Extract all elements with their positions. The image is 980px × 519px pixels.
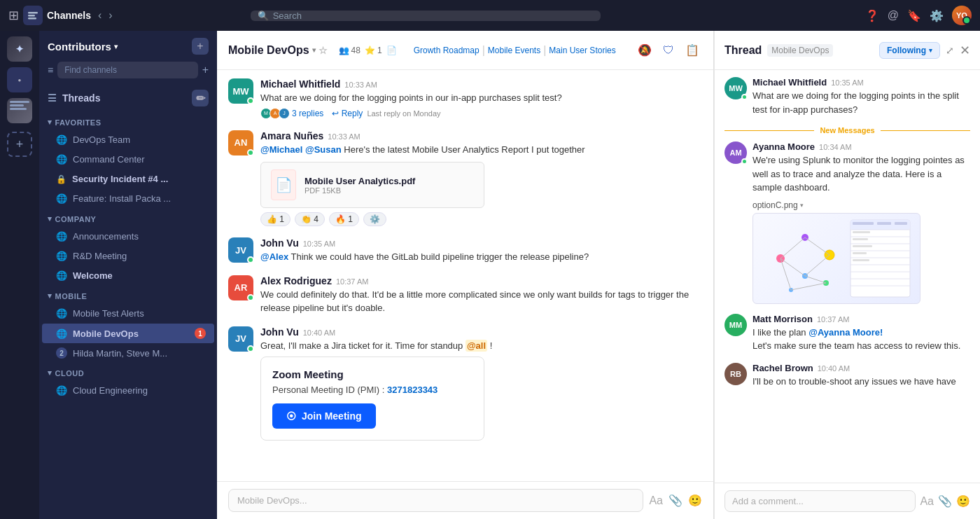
thread-message-header: Matt Morrison 10:37 AM xyxy=(752,314,970,324)
expand-thread-button[interactable]: ⤢ xyxy=(946,45,954,56)
dropdown-icon[interactable]: ▾ xyxy=(800,202,804,209)
thread-title: Thread xyxy=(724,44,762,57)
reaction-fire[interactable]: 🔥 1 xyxy=(329,212,359,226)
star-icon: ⭐ xyxy=(365,46,375,55)
message-author: John Vu xyxy=(260,326,299,338)
message-text: Great, I'll make a Jira ticket for it. T… xyxy=(260,339,702,353)
svg-rect-21 xyxy=(853,259,869,261)
sidebar-item-feature-install[interactable]: 🌐 Feature: Install Packa ... xyxy=(42,189,214,208)
forward-button[interactable]: › xyxy=(106,8,115,23)
mobile-section-header[interactable]: ▾ MOBILE xyxy=(39,286,217,303)
find-channels-input[interactable] xyxy=(57,62,197,78)
workspace-icon-1[interactable]: ✦ xyxy=(7,36,32,62)
message-header: Alex Rodriguez 10:37 AM xyxy=(260,275,702,286)
file-name: Mobile User Analytics.pdf xyxy=(304,176,415,186)
zoom-pmi: Personal Meeting ID (PMI) : 3271823343 xyxy=(272,385,472,395)
sidebar-item-cloud-engineering[interactable]: 🌐 Cloud Engineering xyxy=(42,381,214,400)
text-format-icon[interactable]: Aa xyxy=(920,495,934,508)
threads-item[interactable]: ☰ Threads ✏ xyxy=(39,84,217,112)
grid-icon[interactable]: ⊞ xyxy=(8,8,19,23)
svg-rect-16 xyxy=(895,222,907,225)
help-icon[interactable]: ❓ xyxy=(865,9,879,22)
image-attachment: optionC.png ▾ xyxy=(752,200,970,304)
thread-message-time: 10:40 AM xyxy=(818,364,850,373)
thread-comment-input[interactable] xyxy=(724,490,916,512)
message-author: John Vu xyxy=(260,237,299,249)
star-count: ⭐ 1 xyxy=(365,46,382,55)
sidebar-item-command-center[interactable]: 🌐 Command Center xyxy=(42,150,214,169)
attachment-icon[interactable]: 📎 xyxy=(668,494,682,507)
globe-icon: 🌐 xyxy=(56,308,67,319)
reaction-add[interactable]: ⚙️ xyxy=(363,212,386,226)
join-meeting-button[interactable]: ⦿ Join Meeting xyxy=(272,403,376,429)
divider-line xyxy=(881,130,970,131)
tab-main-user-stories[interactable]: Main User Stories xyxy=(549,46,615,55)
new-thread-button[interactable]: ✏ xyxy=(192,90,209,106)
channel-meta: 👥 48 ⭐ 1 📄 xyxy=(339,46,397,55)
zoom-pmi-link[interactable]: 3271823343 xyxy=(387,385,438,395)
message-time: 10:33 AM xyxy=(344,81,377,89)
sidebar-tools: ≡ + xyxy=(39,59,217,84)
notes-button[interactable]: 📋 xyxy=(682,41,702,60)
add-channel-icon[interactable]: + xyxy=(202,64,209,76)
svg-rect-17 xyxy=(853,231,870,233)
table-row: MW Michael Whitfield 10:33 AM What are w… xyxy=(228,78,702,119)
tab-mobile-events[interactable]: Mobile Events xyxy=(488,46,540,55)
workspace-icon-3[interactable] xyxy=(7,98,32,123)
thread-message-body: Ayanna Moore 10:34 AM We're using Splunk… xyxy=(752,141,970,304)
search-input[interactable] xyxy=(273,11,594,21)
filter-icon[interactable]: ≡ xyxy=(48,64,53,76)
reaction-thumbsup[interactable]: 👍 1 xyxy=(260,212,290,226)
back-button[interactable]: ‹ xyxy=(95,8,104,23)
channel-star-icon[interactable]: ☆ xyxy=(318,45,328,56)
thread-channel-tag: Mobile DevOps xyxy=(767,44,833,57)
favorites-section-header[interactable]: ▾ FAVORITES xyxy=(39,112,217,130)
mute-button[interactable]: 🔕 xyxy=(635,41,654,60)
message-body: Michael Whitfield 10:33 AM What are we d… xyxy=(260,78,702,119)
reaction-clap[interactable]: 👏 4 xyxy=(295,212,325,226)
following-button[interactable]: Following ▾ xyxy=(879,42,940,59)
emoji-icon[interactable]: 🙂 xyxy=(688,494,702,507)
thread-message-author: Rachel Brown xyxy=(752,363,813,373)
user-avatar[interactable]: YO xyxy=(952,6,972,25)
sidebar-item-security-incident[interactable]: 🔒 Security Incident #4 ... xyxy=(42,169,214,188)
search-bar[interactable]: 🔍 xyxy=(251,11,601,21)
message-body: Amara Nuñes 10:33 AM @Michael @Susan Her… xyxy=(260,130,702,227)
company-section-header[interactable]: ▾ COMPANY xyxy=(39,209,217,226)
settings-icon[interactable]: ⚙️ xyxy=(930,9,944,22)
cloud-section-header[interactable]: ▾ CLOUD xyxy=(39,363,217,380)
workspace-icon-2[interactable]: ● xyxy=(7,67,32,92)
add-workspace-button[interactable]: + xyxy=(7,132,32,157)
chevron-down-icon: ▾ xyxy=(929,47,932,54)
shield-button[interactable]: 🛡 xyxy=(660,41,677,60)
channel-dropdown-icon[interactable]: ▾ xyxy=(312,46,316,54)
message-text: @Alex Think we could have the GitLab bui… xyxy=(260,250,702,264)
sidebar-item-mobile-devops[interactable]: 🌐 Mobile DevOps 1 xyxy=(42,324,214,343)
at-icon[interactable]: @ xyxy=(888,9,899,22)
sidebar-item-hilda-steve[interactable]: 2 Hilda Martin, Steve M... xyxy=(42,344,214,362)
close-thread-button[interactable]: ✕ xyxy=(960,43,970,58)
sidebar-item-devops-team[interactable]: 🌐 DevOps Team xyxy=(42,130,214,149)
files-icon[interactable]: 📄 xyxy=(386,46,397,55)
sidebar-item-rd-meeting[interactable]: 🌐 R&D Meeting xyxy=(42,247,214,265)
new-channel-button[interactable]: + xyxy=(192,38,209,55)
member-count: 👥 48 xyxy=(339,46,360,55)
tab-growth-roadmap[interactable]: Growth Roadmap xyxy=(414,46,479,55)
thread-header: Thread Mobile DevOps Following ▾ ⤢ ✕ xyxy=(715,31,980,70)
bookmark-icon[interactable]: 🔖 xyxy=(907,9,921,22)
text-format-icon[interactable]: Aa xyxy=(649,494,663,507)
emoji-icon[interactable]: 🙂 xyxy=(956,494,970,508)
sidebar-item-welcome[interactable]: 🌐 Welcome xyxy=(42,266,214,285)
attachment-icon[interactable]: 📎 xyxy=(938,494,952,508)
workspace-name[interactable]: Contributors ▾ xyxy=(48,41,118,53)
channel-messages: MW Michael Whitfield 10:33 AM What are w… xyxy=(217,70,713,481)
reply-count: 3 replies xyxy=(292,109,323,118)
table-row: AR Alex Rodriguez 10:37 AM We could defi… xyxy=(228,275,702,315)
sidebar-item-mobile-test-alerts[interactable]: 🌐 Mobile Test Alerts xyxy=(42,304,214,323)
avatar: JV xyxy=(228,237,253,263)
sidebar-item-announcements[interactable]: 🌐 Announcements xyxy=(42,227,214,246)
thread-replies[interactable]: M A J 3 replies ↩ Reply Last reply on Mo… xyxy=(260,108,702,119)
mobile-devops-badge: 1 xyxy=(195,328,206,339)
reply-action[interactable]: ↩ Reply xyxy=(332,109,363,118)
channel-message-input[interactable] xyxy=(228,489,643,512)
